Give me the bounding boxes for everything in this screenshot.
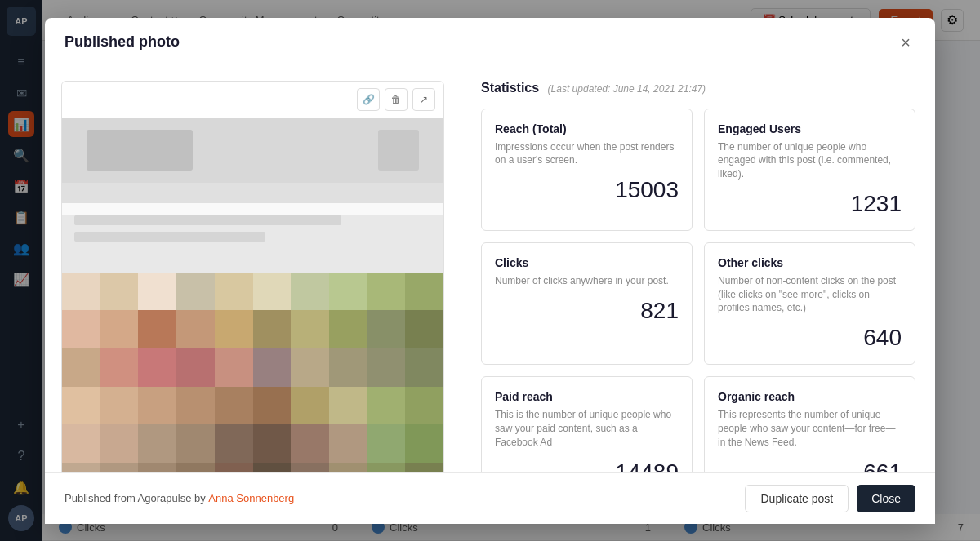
stats-grid: Reach (Total) Impressions occur when the… — [481, 109, 915, 472]
pixel-cell — [329, 463, 368, 472]
post-tool-external[interactable]: ↗ — [412, 88, 435, 111]
stat-card-paid-title: Paid reach — [495, 390, 679, 403]
stat-card-organic-desc: This represents the number of unique peo… — [718, 408, 902, 449]
stats-updated: (Last updated: June 14, 2021 21:47) — [548, 83, 706, 95]
stats-header: Statistics (Last updated: June 14, 2021 … — [481, 81, 915, 95]
post-toolbar: 🔗 🗑 ↗ — [62, 82, 443, 118]
pixel-cell — [253, 310, 292, 348]
pixel-cell — [100, 424, 139, 463]
pixel-cell — [405, 348, 443, 387]
modal-header: Published photo × — [45, 18, 935, 64]
stat-card-organic-reach: Organic reach This represents the number… — [704, 376, 915, 472]
stat-card-clicks-title: Clicks — [495, 256, 679, 269]
pixel-cell — [291, 463, 329, 472]
pixel-cell — [176, 424, 215, 463]
stat-card-engaged-value: 1231 — [718, 191, 902, 217]
pixel-cell — [176, 310, 215, 348]
stat-card-other-clicks-value: 640 — [718, 325, 902, 351]
pixel-cell — [291, 273, 329, 311]
post-tool-copy[interactable]: 🔗 — [357, 88, 380, 111]
pixel-cell — [62, 273, 100, 311]
pixel-cell — [405, 310, 443, 348]
stat-card-engaged-title: Engaged Users — [718, 122, 902, 135]
pixel-cell — [215, 348, 253, 387]
pixel-cell — [368, 463, 406, 472]
stat-card-reach-desc: Impressions occur when the post renders … — [495, 140, 679, 168]
pixel-cell — [405, 424, 443, 463]
pixel-cell — [253, 424, 292, 463]
pixel-cell — [368, 310, 406, 348]
stat-card-other-clicks: Other clicks Number of non-content click… — [704, 242, 915, 365]
stat-card-engaged-users: Engaged Users The number of unique peopl… — [704, 109, 915, 231]
pixel-cell — [62, 387, 100, 425]
pixel-cell — [368, 387, 406, 425]
pixel-cell — [253, 387, 292, 425]
footer-label: Published from Agorapulse by — [65, 492, 206, 504]
pixel-cell — [138, 348, 176, 387]
stat-card-reach-value: 15003 — [495, 177, 679, 203]
pixel-cell — [215, 424, 253, 463]
post-image-top — [62, 118, 443, 203]
footer-author-link[interactable]: Anna Sonnenberg — [208, 492, 294, 504]
stat-card-engaged-desc: The number of unique people who engaged … — [718, 140, 902, 181]
pixel-cell — [100, 387, 139, 425]
modal-body: 🔗 🗑 ↗ — [45, 64, 935, 472]
pixel-cell — [100, 310, 139, 348]
pixel-cell — [291, 424, 329, 463]
pixel-cell — [329, 387, 368, 425]
pixel-cell — [368, 424, 406, 463]
pixel-cell — [62, 310, 100, 348]
stat-card-organic-title: Organic reach — [718, 390, 902, 403]
stat-card-clicks-value: 821 — [495, 298, 679, 324]
pixel-cell — [62, 424, 100, 463]
close-btn[interactable]: Close — [857, 485, 915, 512]
pixel-cell — [62, 463, 100, 472]
pixel-cell — [138, 387, 176, 425]
pixel-cell — [329, 348, 368, 387]
pixel-cell — [138, 310, 176, 348]
stat-card-other-clicks-desc: Number of non-content clicks on the post… — [718, 274, 902, 315]
post-tool-delete[interactable]: 🗑 — [385, 88, 408, 111]
pixel-cell — [253, 463, 292, 472]
stat-card-other-clicks-title: Other clicks — [718, 256, 902, 269]
pixel-cell — [405, 387, 443, 425]
pixel-cell — [100, 273, 139, 311]
pixel-cell — [368, 348, 406, 387]
pixel-cell — [100, 463, 139, 472]
stat-card-organic-value: 661 — [718, 459, 902, 472]
modal-close-btn[interactable]: × — [896, 33, 915, 52]
stat-card-paid-desc: This is the number of unique people who … — [495, 408, 679, 449]
stats-title: Statistics — [481, 81, 539, 95]
pixel-cell — [176, 273, 215, 311]
footer-actions: Duplicate post Close — [745, 485, 915, 512]
pixel-cell — [138, 424, 176, 463]
pixel-cell — [176, 348, 215, 387]
pixel-cell — [291, 387, 329, 425]
modal: Published photo × 🔗 🗑 ↗ — [45, 18, 935, 524]
pixel-cell — [215, 310, 253, 348]
pixel-cell — [329, 424, 368, 463]
modal-title: Published photo — [65, 33, 180, 51]
pixel-cell — [215, 387, 253, 425]
pixel-cell — [253, 348, 292, 387]
stat-card-reach-total: Reach (Total) Impressions occur when the… — [481, 109, 693, 231]
pixel-cell — [62, 348, 100, 387]
duplicate-post-btn[interactable]: Duplicate post — [745, 485, 849, 512]
stat-card-clicks-desc: Number of clicks anywhere in your post. — [495, 274, 679, 288]
stat-card-clicks: Clicks Number of clicks anywhere in your… — [481, 242, 693, 365]
pixel-cell — [215, 273, 253, 311]
pixel-cell — [329, 273, 368, 311]
pixel-cell — [368, 273, 406, 311]
pixel-cell — [138, 273, 176, 311]
pixel-cell — [405, 463, 443, 472]
pixel-cell — [176, 387, 215, 425]
pixel-cell — [405, 273, 443, 311]
stat-card-paid-value: 14489 — [495, 459, 679, 472]
pixel-cell — [215, 463, 253, 472]
post-image-mid — [62, 215, 443, 273]
pixel-cell — [291, 348, 329, 387]
modal-left-panel: 🔗 🗑 ↗ — [45, 64, 461, 472]
modal-right-panel: Statistics (Last updated: June 14, 2021 … — [461, 64, 935, 472]
stat-card-reach-title: Reach (Total) — [495, 122, 679, 135]
modal-footer: Published from Agorapulse by Anna Sonnen… — [45, 472, 935, 524]
